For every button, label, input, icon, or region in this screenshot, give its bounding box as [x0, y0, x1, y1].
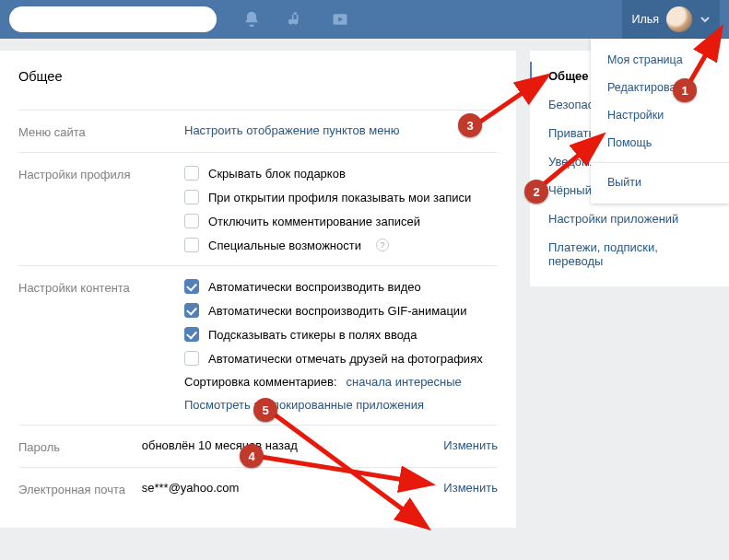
password-change-link[interactable]: Изменить [443, 438, 498, 452]
dd-separator [591, 162, 729, 163]
help-icon[interactable]: ? [376, 239, 389, 251]
profile-row-label: Настройки профиля [18, 166, 184, 181]
opt-show-posts[interactable]: При открытии профиля показывать мои запи… [184, 190, 498, 204]
checkbox-on-icon [184, 279, 199, 294]
comment-sort: Сортировка комментариев: сначала интерес… [184, 375, 498, 389]
annotation-badge-4: 4 [240, 444, 264, 468]
dd-settings[interactable]: Настройки [591, 101, 729, 129]
email-change-link[interactable]: Изменить [443, 481, 498, 495]
opt-autoplay-gif[interactable]: Автоматически воспроизводить GIF-анимаци… [184, 303, 498, 318]
user-menu-toggle[interactable]: Илья [622, 0, 720, 39]
music-icon[interactable] [287, 10, 305, 29]
password-label: Пароль [18, 438, 142, 454]
header-icons [242, 10, 349, 29]
email-value: se***@yahoo.com [142, 481, 240, 495]
chevron-down-icon [700, 14, 711, 25]
page-title: Общее [18, 69, 498, 84]
dd-help[interactable]: Помощь [591, 129, 729, 157]
profile-options: Скрывать блок подарков При открытии проф… [184, 166, 498, 252]
checkbox-icon [184, 190, 199, 204]
comment-sort-link[interactable]: сначала интересные [347, 375, 462, 389]
annotation-badge-3: 3 [458, 113, 482, 137]
avatar [666, 6, 692, 32]
top-header: Илья [0, 0, 729, 39]
menu-row-label: Меню сайта [18, 123, 184, 139]
dd-logout[interactable]: Выйти [591, 169, 729, 196]
profile-row: Настройки профиля Скрывать блок подарков… [18, 152, 498, 265]
opt-accessibility[interactable]: Специальные возможности? [184, 238, 498, 252]
search-input[interactable] [9, 6, 217, 32]
opt-autotag-friends[interactable]: Автоматически отмечать друзей на фотогра… [184, 351, 498, 366]
annotation-badge-2: 2 [524, 180, 548, 204]
opt-disable-comments[interactable]: Отключить комментирование записей [184, 214, 498, 228]
tab-payments[interactable]: Платежи, подписки, переводы [530, 233, 729, 275]
blocked-apps-link[interactable]: Посмотреть заблокированные приложения [184, 398, 498, 412]
annotation-badge-5: 5 [253, 398, 277, 422]
content-options: Автоматически воспроизводить видео Автом… [184, 279, 498, 412]
user-dropdown: Моя страница Редактировать Настройки Пом… [591, 39, 729, 204]
dd-my-page[interactable]: Моя страница [591, 46, 729, 74]
video-icon[interactable] [331, 10, 349, 29]
password-value: обновлён 10 месяцев назад [142, 438, 298, 452]
opt-hide-gifts[interactable]: Скрывать блок подарков [184, 166, 498, 181]
checkbox-icon [184, 351, 199, 366]
checkbox-on-icon [184, 327, 199, 342]
checkbox-icon [184, 214, 199, 228]
tab-apps[interactable]: Настройки приложений [530, 204, 729, 233]
content-row-label: Настройки контента [18, 279, 184, 295]
opt-sticker-hints[interactable]: Подсказывать стикеры в полях ввода [184, 327, 498, 342]
opt-autoplay-video[interactable]: Автоматически воспроизводить видео [184, 279, 498, 294]
dd-edit[interactable]: Редактировать [591, 74, 729, 101]
menu-row: Меню сайта Настроить отображение пунктов… [18, 110, 498, 152]
user-name: Илья [631, 13, 659, 26]
email-label: Электронная почта [18, 481, 142, 496]
bell-icon[interactable] [242, 10, 261, 29]
checkbox-icon [184, 238, 199, 252]
checkbox-on-icon [184, 303, 199, 318]
checkbox-icon [184, 166, 199, 181]
email-row: Электронная почта se***@yahoo.com Измени… [18, 467, 498, 509]
menu-config-link[interactable]: Настроить отображение пунктов меню [184, 123, 498, 137]
annotation-badge-1: 1 [673, 78, 697, 102]
